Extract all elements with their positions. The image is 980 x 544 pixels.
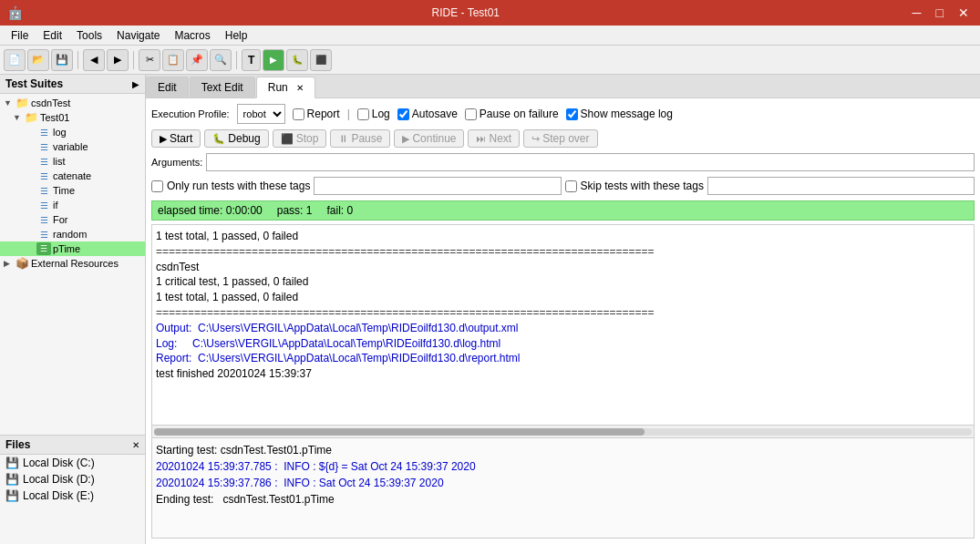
close-button[interactable]: ✕ <box>954 5 973 20</box>
file-icon: ☰ <box>36 213 51 226</box>
drive-label: Local Disk (C:) <box>23 457 95 469</box>
toolbar-run[interactable]: ▶ <box>263 49 284 71</box>
output-line: csdnTest <box>156 260 970 275</box>
show-msg-log-checkbox[interactable] <box>566 108 578 120</box>
menu-tools[interactable]: Tools <box>69 27 109 44</box>
tree-item-if[interactable]: ☰ if <box>0 198 145 212</box>
output-line: ========================================… <box>156 244 970 260</box>
toolbar-sep2 <box>133 51 134 69</box>
tree-item-catenate[interactable]: ☰ catenate <box>0 169 145 183</box>
next-label: Next <box>489 132 511 145</box>
log-checkbox-item[interactable]: Log <box>357 108 390 120</box>
horizontal-scrollbar[interactable] <box>152 425 974 437</box>
tabs-bar: Edit Text Edit Run ✕ <box>146 75 980 98</box>
only-run-tags-group: Only run tests with these tags <box>151 177 562 195</box>
minimize-button[interactable]: ─ <box>909 5 925 20</box>
output-line: 1 critical test, 1 passed, 0 failed <box>156 274 970 290</box>
tree-item-time[interactable]: ☰ Time <box>0 183 145 198</box>
toolbar-debug2[interactable]: 🐛 <box>286 49 308 71</box>
start-icon: ▶ <box>160 133 167 145</box>
maximize-button[interactable]: □ <box>933 5 947 20</box>
stop-icon: ⬛ <box>281 133 294 145</box>
step-over-label: Step over <box>542 132 589 145</box>
output-container: 1 test total, 1 passed, 0 failed =======… <box>151 224 975 438</box>
pause-failure-checkbox[interactable] <box>465 108 477 120</box>
test-tree: ▼ 📁 csdnTest ▼ 📁 Test01 ☰ log <box>0 94 145 435</box>
skip-tags-input[interactable] <box>707 177 975 195</box>
continue-icon: ▶ <box>402 133 409 145</box>
drive-e[interactable]: 💾 Local Disk (E:) <box>0 488 145 504</box>
arrow-icon: ▼ <box>13 113 24 122</box>
continue-button[interactable]: ▶ Continue <box>394 129 464 148</box>
log-line-ending: Ending test: csdnTest.Test01.pTime <box>156 491 970 508</box>
only-run-tags-checkbox[interactable] <box>151 180 163 192</box>
toolbar-paste[interactable]: 📌 <box>186 49 208 71</box>
toolbar-text-btn[interactable]: T <box>242 49 261 71</box>
pass-count: pass: 1 <box>277 204 313 217</box>
toolbar-forward[interactable]: ▶ <box>107 49 129 71</box>
toolbar-find[interactable]: 🔍 <box>210 49 232 71</box>
toolbar-cut[interactable]: ✂ <box>139 49 160 71</box>
ext-icon: 📦 <box>15 257 29 270</box>
output-line: ========================================… <box>156 305 970 321</box>
arrow-icon: ▶ <box>4 259 15 268</box>
autosave-checkbox-item[interactable]: Autosave <box>397 108 458 120</box>
files-close[interactable]: ✕ <box>132 440 139 450</box>
tab-edit-label: Edit <box>158 81 177 94</box>
menu-macros[interactable]: Macros <box>167 27 217 44</box>
menu-navigate[interactable]: Navigate <box>109 27 167 44</box>
drive-d[interactable]: 💾 Local Disk (D:) <box>0 471 145 488</box>
report-checkbox-item[interactable]: Report <box>293 108 340 120</box>
output-area[interactable]: 1 test total, 1 passed, 0 failed =======… <box>152 225 974 425</box>
only-run-tags-input[interactable] <box>314 177 561 195</box>
toolbar-copy[interactable]: 📋 <box>162 49 184 71</box>
pipe-icon: | <box>347 108 350 120</box>
tree-item-ptime[interactable]: ☰ pTime <box>0 241 145 256</box>
menu-file[interactable]: File <box>4 27 36 44</box>
pause-failure-label: Pause on failure <box>480 108 559 120</box>
start-button[interactable]: ▶ Start <box>151 129 201 148</box>
exec-profile-select[interactable]: robot pybot jybot <box>237 104 285 124</box>
report-checkbox[interactable] <box>293 108 304 120</box>
toolbar-new[interactable]: 📄 <box>4 49 26 71</box>
skip-tags-checkbox[interactable] <box>565 180 577 192</box>
tree-item-external[interactable]: ▶ 📦 External Resources <box>0 256 145 271</box>
autosave-checkbox[interactable] <box>397 108 409 120</box>
tab-run-close[interactable]: ✕ <box>296 83 304 93</box>
arguments-input[interactable] <box>206 153 975 171</box>
drive-label: Local Disk (D:) <box>23 473 95 486</box>
tab-run[interactable]: Run ✕ <box>256 77 315 98</box>
show-msg-log-checkbox-item[interactable]: Show message log <box>566 108 673 120</box>
pause-button[interactable]: ⏸ Pause <box>330 129 390 148</box>
toolbar-save[interactable]: 💾 <box>51 49 73 71</box>
tree-item-list[interactable]: ☰ list <box>0 154 145 169</box>
next-icon: ⏭ <box>476 133 486 144</box>
window-controls: ─ □ ✕ <box>909 5 973 20</box>
tab-text-edit[interactable]: Text Edit <box>190 77 255 98</box>
toolbar-back[interactable]: ◀ <box>83 49 105 71</box>
drive-c[interactable]: 💾 Local Disk (C:) <box>0 455 145 471</box>
toolbar-open[interactable]: 📂 <box>27 49 49 71</box>
tree-item-for[interactable]: ☰ For <box>0 212 145 227</box>
pause-failure-checkbox-item[interactable]: Pause on failure <box>465 108 559 120</box>
step-over-button[interactable]: ↪ Step over <box>523 129 597 148</box>
drives-list: 💾 Local Disk (C:) 💾 Local Disk (D:) 💾 Lo… <box>0 455 145 504</box>
tab-edit[interactable]: Edit <box>146 77 189 98</box>
log-area[interactable]: Starting test: csdnTest.Test01.pTime 202… <box>151 438 975 539</box>
elapsed-time: elapsed time: 0:00:00 <box>158 204 263 217</box>
run-panel: Execution Profile: robot pybot jybot Rep… <box>146 98 980 544</box>
menu-edit[interactable]: Edit <box>36 27 69 44</box>
stop-button[interactable]: ⬛ Stop <box>273 129 327 148</box>
next-button[interactable]: ⏭ Next <box>468 129 520 148</box>
toolbar-stop2[interactable]: ⬛ <box>310 49 332 71</box>
menu-help[interactable]: Help <box>218 27 255 44</box>
tree-item-test01[interactable]: ▼ 📁 Test01 <box>0 110 145 125</box>
start-label: Start <box>170 132 192 145</box>
tree-item-variable[interactable]: ☰ variable <box>0 139 145 154</box>
tree-item-random[interactable]: ☰ random <box>0 227 145 241</box>
log-checkbox[interactable] <box>357 108 369 120</box>
tree-item-csdntest[interactable]: ▼ 📁 csdnTest <box>0 96 145 110</box>
debug-button[interactable]: 🐛 Debug <box>204 129 268 148</box>
tree-item-log[interactable]: ☰ log <box>0 125 145 139</box>
test-suites-collapse[interactable]: ▶ <box>132 79 139 89</box>
